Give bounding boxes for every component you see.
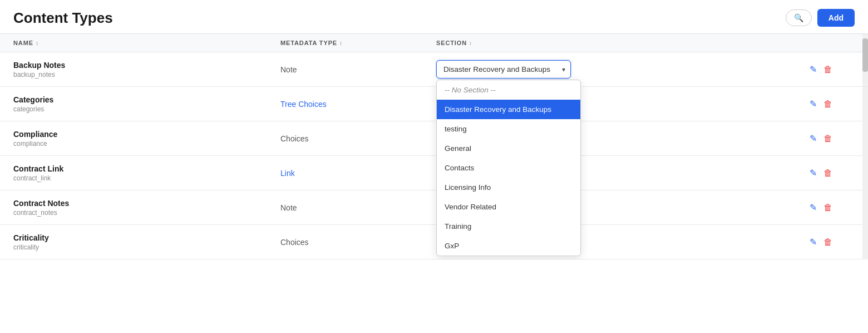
edit-icon[interactable]: ✎ bbox=[810, 99, 817, 109]
row-metadata-cell: Link bbox=[280, 169, 436, 178]
row-name-main: Compliance bbox=[13, 130, 280, 139]
table-row: Contract Link contract_link Link -- No S… bbox=[0, 156, 868, 190]
row-metadata-cell: Note bbox=[280, 65, 436, 74]
table-container: NAME ↕ METADATA TYPE ↕ SECTION ↕ Backup … bbox=[0, 34, 868, 259]
row-name-cell: Contract Notes contract_notes bbox=[13, 199, 280, 217]
row-name-main: Criticality bbox=[13, 233, 280, 242]
row-actions: ✎ 🗑 bbox=[810, 237, 855, 247]
dropdown-popup: -- No Section -- Disaster Recovery and B… bbox=[436, 80, 581, 256]
row-name-slug: criticality bbox=[13, 243, 280, 251]
dropdown-option-contacts[interactable]: Contacts bbox=[437, 158, 580, 178]
add-button[interactable]: Add bbox=[817, 9, 855, 27]
row-actions: ✎ 🗑 bbox=[810, 99, 855, 109]
row-actions: ✎ 🗑 bbox=[810, 168, 855, 178]
delete-icon[interactable]: 🗑 bbox=[823, 168, 832, 178]
sort-name-icon: ↕ bbox=[36, 40, 39, 46]
page-title: Content Types bbox=[13, 9, 113, 27]
row-metadata-cell: Choices bbox=[280, 134, 436, 143]
delete-icon[interactable]: 🗑 bbox=[823, 99, 832, 109]
row-metadata-cell: Choices bbox=[280, 238, 436, 247]
row-name-cell: Contract Link contract_link bbox=[13, 164, 280, 182]
dropdown-option-gxp[interactable]: GxP bbox=[437, 236, 580, 256]
row-name-slug: compliance bbox=[13, 140, 280, 148]
row-actions: ✎ 🗑 bbox=[810, 202, 855, 213]
delete-icon[interactable]: 🗑 bbox=[823, 203, 832, 213]
dropdown-option-no-section[interactable]: -- No Section -- bbox=[437, 80, 580, 100]
section-dropdown-wrapper: Disaster Recovery and Backups ▾ -- No Se… bbox=[436, 60, 571, 79]
table-row: Criticality criticality Choices General … bbox=[0, 225, 868, 259]
dropdown-option-vendor-related[interactable]: Vendor Related bbox=[437, 197, 580, 217]
edit-icon[interactable]: ✎ bbox=[810, 168, 817, 178]
page-header: Content Types 🔍 Add bbox=[0, 0, 868, 34]
dropdown-option-training[interactable]: Training bbox=[437, 217, 580, 236]
row-name-main: Contract Link bbox=[13, 164, 280, 173]
table-row: Categories categories Tree Choices Disas… bbox=[0, 87, 868, 121]
table-row: Contract Notes contract_notes Note Vendo… bbox=[0, 190, 868, 225]
section-dropdown[interactable]: Disaster Recovery and Backups bbox=[436, 60, 571, 79]
edit-icon[interactable]: ✎ bbox=[810, 202, 817, 213]
row-actions: ✎ 🗑 bbox=[810, 64, 855, 75]
header-actions: 🔍 Add bbox=[786, 9, 855, 27]
dropdown-option-general[interactable]: General bbox=[437, 139, 580, 158]
edit-icon[interactable]: ✎ bbox=[810, 64, 817, 75]
delete-icon[interactable]: 🗑 bbox=[823, 237, 832, 247]
delete-icon[interactable]: 🗑 bbox=[823, 65, 832, 75]
row-name-cell: Categories categories bbox=[13, 95, 280, 113]
table-header: NAME ↕ METADATA TYPE ↕ SECTION ↕ bbox=[0, 34, 868, 52]
row-name-main: Backup Notes bbox=[13, 61, 280, 70]
search-icon: 🔍 bbox=[794, 13, 803, 22]
row-name-cell: Backup Notes backup_notes bbox=[13, 61, 280, 79]
sort-section-icon: ↕ bbox=[469, 40, 472, 46]
row-name-slug: backup_notes bbox=[13, 71, 280, 79]
table-row: Compliance compliance Choices -- No Sect… bbox=[0, 121, 868, 156]
sort-metadata-icon: ↕ bbox=[339, 40, 343, 46]
edit-icon[interactable]: ✎ bbox=[810, 237, 817, 247]
col-header-section[interactable]: SECTION ↕ bbox=[436, 40, 855, 46]
row-name-main: Contract Notes bbox=[13, 199, 280, 208]
row-metadata-cell: Note bbox=[280, 203, 436, 212]
col-header-name[interactable]: NAME ↕ bbox=[13, 40, 280, 46]
col-header-metadata[interactable]: METADATA TYPE ↕ bbox=[280, 40, 436, 46]
row-name-cell: Compliance compliance bbox=[13, 130, 280, 148]
delete-icon[interactable]: 🗑 bbox=[823, 134, 832, 144]
search-button[interactable]: 🔍 bbox=[786, 9, 812, 26]
row-actions: ✎ 🗑 bbox=[810, 133, 855, 144]
row-name-main: Categories bbox=[13, 95, 280, 104]
dropdown-option-testing[interactable]: testing bbox=[437, 119, 580, 139]
row-name-slug: contract_notes bbox=[13, 209, 280, 217]
dropdown-option-disaster-recovery[interactable]: Disaster Recovery and Backups bbox=[437, 100, 580, 119]
table-row: Backup Notes backup_notes Note Disaster … bbox=[0, 52, 868, 87]
row-name-cell: Criticality criticality bbox=[13, 233, 280, 251]
row-metadata-cell: Tree Choices bbox=[280, 100, 436, 109]
row-name-slug: contract_link bbox=[13, 174, 280, 182]
row-name-slug: categories bbox=[13, 105, 280, 113]
dropdown-option-licensing-info[interactable]: Licensing Info bbox=[437, 178, 580, 197]
edit-icon[interactable]: ✎ bbox=[810, 133, 817, 144]
